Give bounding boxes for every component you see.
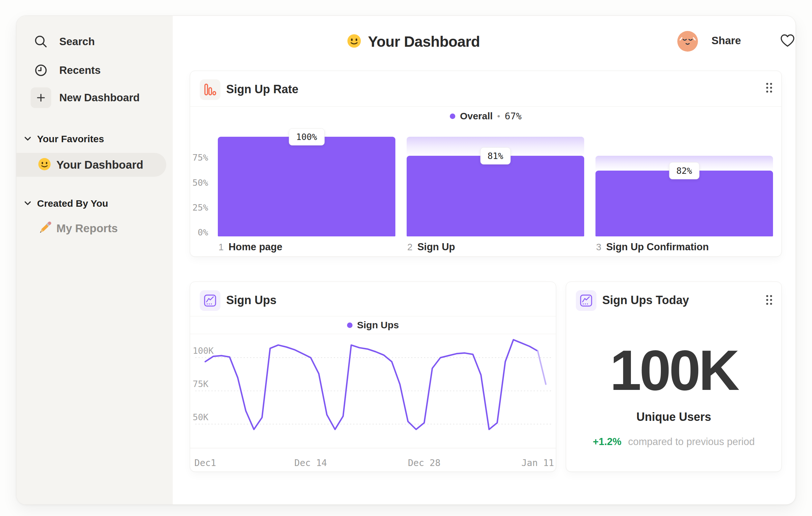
step-label: 1 Home page [219,241,282,253]
conversion-chip: 82% [669,162,700,179]
legend-dot [347,323,352,328]
funnel-bar[interactable] [407,156,584,236]
step-name: Sign Up Confirmation [606,241,709,253]
smiley-emoji-icon [38,157,51,172]
step-name: Home page [228,241,282,253]
y-axis-tick: 50K [193,412,208,422]
app-window: Search Recents New Dashboard [16,16,796,505]
step-name: Sign Up [417,241,455,253]
pencil-emoji-icon [38,221,51,236]
sidebar-item-label: Your Dashboard [56,158,143,171]
stat-change-note: compared to previous period [628,436,755,447]
step-number: 2 [407,242,412,252]
search-icon [34,34,48,49]
step-number: 1 [219,242,224,252]
funnel-bar[interactable] [218,137,395,236]
favorite-button[interactable] [780,33,795,49]
sign-up-rate-card: Sign Up Rate Overall • 67% 75% 50% 25% 0… [190,71,782,257]
line-chart-icon [576,290,597,311]
sidebar: Search Recents New Dashboard [17,16,173,505]
sidebar-section-your-favorites[interactable]: Your Favorites [24,133,104,145]
conversion-chip: 100% [289,128,324,145]
sidebar-item-label: New Dashboard [59,91,140,104]
funnel-bar-sign-up: 81% [407,71,584,236]
y-axis-tick: 100K [193,346,214,356]
stat-change-delta: +1.2% [593,436,621,447]
chevron-down-icon [24,136,31,142]
line-chart-icon [200,290,221,311]
plus-icon [31,87,51,108]
y-axis-tick: 75% [190,153,208,163]
step-label: 2 Sign Up [407,241,455,253]
y-axis-tick: 50% [190,178,208,188]
sidebar-item-label: Search [59,35,95,48]
line-chart [190,334,556,448]
sidebar-item-label: My Reports [56,222,118,235]
smiley-emoji-icon [347,33,361,50]
share-button[interactable]: Share [712,34,741,47]
funnel-bar-sign-up-confirmation: 82% [596,71,773,236]
sidebar-section-label: Created By You [37,198,108,209]
step-label: 3 Sign Up Confirmation [596,241,709,253]
legend-label: Sign Ups [357,320,399,331]
x-axis-tick: Jan 11 [521,458,554,468]
sidebar-item-recents[interactable]: Recents [34,63,100,77]
heart-icon [780,34,795,49]
y-axis-tick: 0% [190,227,208,237]
sidebar-item-my-reports[interactable]: My Reports [38,221,118,236]
dashboard-header: Your Dashboard Share [173,16,795,67]
y-axis-tick: 75K [193,379,208,389]
sidebar-section-created-by-you[interactable]: Created By You [24,197,108,210]
stat-change: +1.2% compared to previous period [566,436,781,447]
funnel-bar-home-page: 100% [218,71,395,236]
sign-ups-today-card: Sign Ups Today 100K Unique Users +1.2% c… [566,281,782,472]
chevron-down-icon [24,200,31,207]
conversion-chip: 81% [480,147,511,164]
card-title: Sign Ups [226,294,277,307]
avatar[interactable] [677,31,698,52]
sidebar-item-your-dashboard[interactable]: Your Dashboard [17,153,166,177]
x-axis-tick: Dec1 [194,458,216,468]
step-number: 3 [596,242,601,252]
page-title: Your Dashboard [368,33,480,50]
sidebar-item-new-dashboard[interactable]: New Dashboard [31,87,140,108]
sidebar-item-search[interactable]: Search [34,34,95,49]
y-axis-tick: 25% [190,202,208,213]
line-legend[interactable]: Sign Ups [190,318,556,332]
stat-value: 100K [566,342,781,399]
sign-ups-card: Sign Ups Sign Ups 100K 75K 50K Dec1 Dec … [190,281,556,472]
drag-handle-icon[interactable] [766,295,772,306]
x-axis-tick: Dec 28 [408,458,440,468]
funnel-chart: 75% 50% 25% 0% 100% 81% 82% [190,71,781,236]
clock-icon [34,63,48,77]
card-title: Sign Ups Today [602,294,689,307]
funnel-bar[interactable] [596,171,773,236]
stat-label: Unique Users [566,410,781,424]
x-axis-tick: Dec 14 [294,458,327,468]
sidebar-section-label: Your Favorites [37,134,104,144]
sidebar-item-label: Recents [59,64,100,76]
